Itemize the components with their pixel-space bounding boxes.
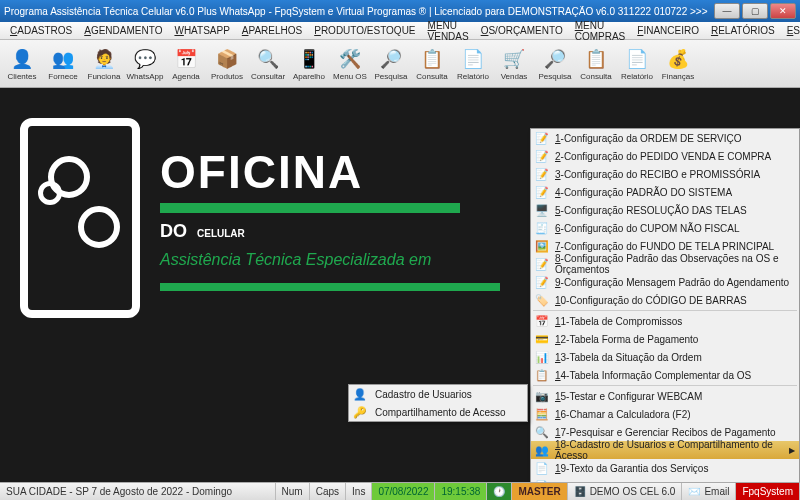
minimize-button[interactable]: — — [714, 3, 740, 19]
menu-item[interactable]: 📝1-Configuração da ORDEM DE SERVIÇO — [531, 129, 799, 147]
menu-item-icon: 👥 — [535, 443, 549, 457]
toolbar-vendas[interactable]: 🛒Vendas — [494, 42, 534, 86]
toolbar-consulta[interactable]: 📋Consulta — [576, 42, 616, 86]
aparelho-icon: 📱 — [297, 47, 321, 71]
menubar-item-agendamento[interactable]: AGENDAMENTO — [78, 23, 168, 38]
submenu-item[interactable]: 🔑Compartilhamento de Acesso — [349, 403, 527, 421]
fornece-icon: 👥 — [51, 47, 75, 71]
toolbar-consulta[interactable]: 📋Consulta — [412, 42, 452, 86]
menubar-item-menucompras[interactable]: MENU COMPRAS — [569, 18, 632, 44]
menubar: CADASTROSAGENDAMENTOWHATSAPPAPARELHOSPRO… — [0, 22, 800, 40]
submenu-usuarios-acesso[interactable]: 👤Cadastro de Usuarios🔑Compartilhamento d… — [348, 384, 528, 422]
menu-item[interactable]: 📅11-Tabela de Compromissos — [531, 312, 799, 330]
menu-item[interactable]: 📄19-Texto da Garantia dos Serviços — [531, 459, 799, 477]
brand-logo: OFICINA DOCELULAR Assistência Técnica Es… — [20, 118, 500, 318]
menu-item-icon: 🧮 — [535, 407, 549, 421]
menubar-item-estatistica[interactable]: ESTATISTICA — [781, 23, 800, 38]
menu-item-icon: 🔍 — [535, 425, 549, 439]
toolbar-fornece[interactable]: 👥Fornece — [43, 42, 83, 86]
toolbar-agenda[interactable]: 📅Agenda — [166, 42, 206, 86]
menu-item[interactable]: 📝8-Configuração Padrão das Observações n… — [531, 255, 799, 273]
status-insert: Ins — [346, 483, 372, 500]
toolbar-menu os[interactable]: 🛠️Menu OS — [330, 42, 370, 86]
statusbar: SUA CIDADE - SP 7 de Agosto de 2022 - Do… — [0, 482, 800, 500]
menu-item[interactable]: 🖥️5-Configuração RESOLUÇÃO DAS TELAS — [531, 201, 799, 219]
menu os-icon: 🛠️ — [338, 47, 362, 71]
window-controls: — ▢ ✕ — [714, 3, 796, 19]
toolbar-relatório[interactable]: 📄Relatório — [617, 42, 657, 86]
logo-word-1: OFICINA — [160, 145, 500, 199]
menu-separator — [533, 385, 797, 386]
submenu-arrow-icon: ▶ — [789, 446, 795, 455]
status-location: SUA CIDADE - SP 7 de Agosto de 2022 - Do… — [0, 483, 276, 500]
menu-item[interactable]: 📝9-Configuração Mensagem Padrão do Agend… — [531, 273, 799, 291]
menu-item-icon: 📝 — [535, 149, 549, 163]
finanças-icon: 💰 — [666, 47, 690, 71]
menubar-item-relatrios[interactable]: RELATÓRIOS — [705, 23, 781, 38]
status-numlock: Num — [276, 483, 310, 500]
window-title: Programa Assistência Técnica Celular v6.… — [4, 6, 714, 17]
consulta-icon: 📋 — [420, 47, 444, 71]
toolbar-produtos[interactable]: 📦Produtos — [207, 42, 247, 86]
toolbar-finanças[interactable]: 💰Finanças — [658, 42, 698, 86]
menu-item[interactable]: 🧾6-Configuração do CUPOM NÃO FISCAL — [531, 219, 799, 237]
menu-item[interactable]: 📄20-Texto das Condições dos Serviços — [531, 477, 799, 482]
phone-gears-icon — [20, 118, 140, 318]
status-email[interactable]: ✉️ Email — [682, 483, 736, 500]
menubar-item-produtoestoque[interactable]: PRODUTO/ESTOQUE — [308, 23, 421, 38]
close-button[interactable]: ✕ — [770, 3, 796, 19]
menubar-item-menuvendas[interactable]: MENU VENDAS — [422, 18, 475, 44]
submenu-item[interactable]: 👤Cadastro de Usuarios — [349, 385, 527, 403]
menubar-item-osoramento[interactable]: OS/ORÇAMENTO — [475, 23, 569, 38]
menubar-item-aparelhos[interactable]: APARELHOS — [236, 23, 308, 38]
logo-subtitle: Assistência Técnica Especializada em — [160, 251, 500, 269]
menu-item[interactable]: 🧮16-Chamar a Calculadora (F2) — [531, 405, 799, 423]
toolbar-whatsapp[interactable]: 💬WhatsApp — [125, 42, 165, 86]
menu-item-icon: 📝 — [535, 185, 549, 199]
window-titlebar: Programa Assistência Técnica Celular v6.… — [0, 0, 800, 22]
toolbar-pesquisa[interactable]: 🔎Pesquisa — [535, 42, 575, 86]
toolbar-pesquisa[interactable]: 🔎Pesquisa — [371, 42, 411, 86]
menu-item[interactable]: 📝3-Configuração do RECIBO e PROMISSÓRIA — [531, 165, 799, 183]
menubar-item-whatsapp[interactable]: WHATSAPP — [168, 23, 235, 38]
menu-item[interactable]: 📝2-Configuração do PEDIDO VENDA E COMPRA — [531, 147, 799, 165]
menu-item-icon: 📝 — [535, 257, 549, 271]
toolbar-funciona[interactable]: 🧑‍💼Funciona — [84, 42, 124, 86]
menu-item-icon: 💳 — [535, 332, 549, 346]
pesquisa-icon: 🔎 — [379, 47, 403, 71]
menu-separator — [533, 310, 797, 311]
status-database: 🗄️ DEMO OS CEL 6.0 — [568, 483, 683, 500]
workspace: OFICINA DOCELULAR Assistência Técnica Es… — [0, 88, 800, 482]
menu-item[interactable]: 📊13-Tabela da Situação da Ordem — [531, 348, 799, 366]
menu-item-icon: 📝 — [535, 275, 549, 289]
menu-item-icon: 📄 — [535, 479, 549, 482]
consultar-icon: 🔍 — [256, 47, 280, 71]
agenda-icon: 📅 — [174, 47, 198, 71]
menu-item[interactable]: 👥18-Cadastro de Usuarios e Compartilhame… — [531, 441, 799, 459]
menu-item[interactable]: 📝4-Configuração PADRÃO DO SISTEMA — [531, 183, 799, 201]
status-brand[interactable]: FpqSystem — [736, 483, 800, 500]
toolbar-clientes[interactable]: 👤Clientes — [2, 42, 42, 86]
menubar-item-cadastros[interactable]: CADASTROS — [4, 23, 78, 38]
menu-ferramentas-dropdown[interactable]: 📝1-Configuração da ORDEM DE SERVIÇO📝2-Co… — [530, 128, 800, 482]
relatório-icon: 📄 — [625, 47, 649, 71]
maximize-button[interactable]: ▢ — [742, 3, 768, 19]
toolbar-aparelho[interactable]: 📱Aparelho — [289, 42, 329, 86]
menu-item[interactable]: 🏷️10-Configuração do CÓDIGO DE BARRAS — [531, 291, 799, 309]
toolbar-consultar[interactable]: 🔍Consultar — [248, 42, 288, 86]
menu-item[interactable]: 📋14-Tabela Informação Complementar da OS — [531, 366, 799, 384]
clientes-icon: 👤 — [10, 47, 34, 71]
menu-item[interactable]: 📷15-Testar e Configurar WEBCAM — [531, 387, 799, 405]
consulta-icon: 📋 — [584, 47, 608, 71]
logo-divider-2 — [160, 283, 500, 291]
menu-item[interactable]: 💳12-Tabela Forma de Pagamento — [531, 330, 799, 348]
toolbar-relatório[interactable]: 📄Relatório — [453, 42, 493, 86]
menu-item-icon: 📊 — [535, 350, 549, 364]
logo-divider — [160, 203, 460, 213]
menu-item-icon: 📝 — [535, 167, 549, 181]
menu-item-icon: 📅 — [535, 314, 549, 328]
submenu-item-icon: 👤 — [353, 387, 367, 401]
menu-item-icon: 🧾 — [535, 221, 549, 235]
status-date: 07/08/2022 — [372, 483, 435, 500]
menubar-item-financeiro[interactable]: FINANCEIRO — [631, 23, 705, 38]
